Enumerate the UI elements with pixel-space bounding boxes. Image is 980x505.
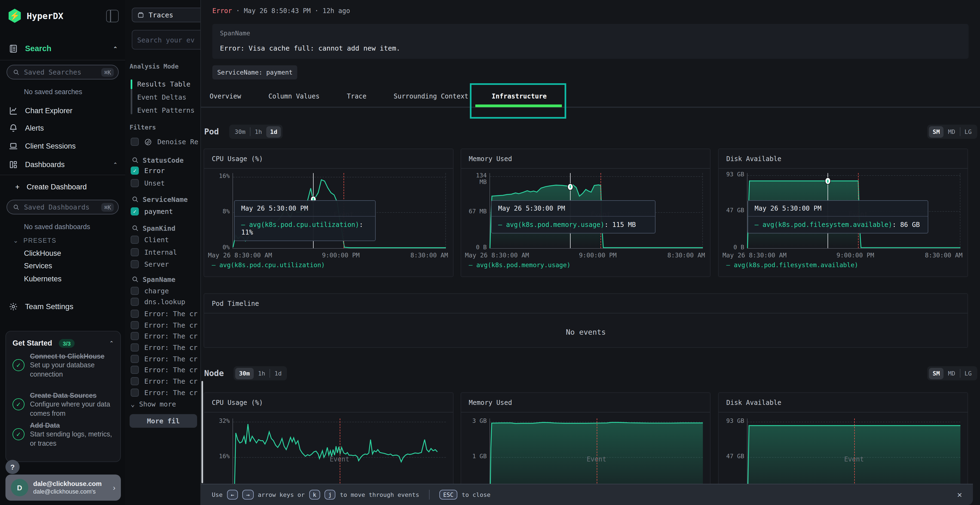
service-name-chip[interactable]: ServiceName: payment — [212, 65, 298, 79]
bell-icon — [9, 123, 18, 132]
filter-option[interactable]: ✓charge — [130, 287, 169, 295]
presets-toggle[interactable]: ⌄ PRESETS — [13, 237, 56, 245]
filter-option[interactable]: ✓Internal — [130, 248, 177, 256]
checkbox[interactable]: ✓ — [130, 248, 139, 256]
checkbox[interactable]: ✓ — [130, 343, 139, 351]
range-1h[interactable]: 1h — [251, 126, 266, 137]
checkbox[interactable]: ✓ — [130, 179, 139, 187]
checkbox[interactable]: ✓ — [130, 287, 139, 295]
filter-option[interactable]: ✓Unset — [130, 179, 165, 187]
checkbox[interactable]: ✓ — [130, 355, 139, 363]
sidebar-item-client-sessions[interactable]: Client Sessions — [0, 139, 125, 153]
search-icon[interactable] — [132, 276, 139, 283]
size-sm[interactable]: SM — [929, 368, 944, 379]
search-icon[interactable] — [132, 157, 139, 164]
size-md[interactable]: MD — [944, 126, 959, 137]
mode-results-table[interactable]: Results Table — [137, 80, 191, 88]
filter-option[interactable]: ✓Error: The cr — [130, 321, 197, 329]
tab-trace[interactable]: Trace — [347, 92, 366, 100]
node-range-control[interactable]: 30m 1h 1d — [234, 366, 287, 380]
tab-column-values[interactable]: Column Values — [269, 92, 320, 100]
chevron-up-icon[interactable]: ⌃ — [109, 340, 114, 346]
help-button[interactable]: ? — [5, 460, 20, 474]
range-30m[interactable]: 30m — [235, 368, 254, 379]
pod-memory-chart[interactable]: 134 MB67 MB0 BEventMay 26 5:30:00 PM— av… — [490, 173, 703, 249]
pod-size-control[interactable]: SM MD LG — [927, 125, 977, 139]
pod-timeline-title: Pod Timeline — [204, 294, 967, 313]
node-size-control[interactable]: SM MD LG — [927, 366, 977, 380]
filter-option[interactable]: ✓payment — [130, 207, 173, 216]
filter-option[interactable]: ✓Error: The cr — [130, 343, 197, 351]
event-search-input[interactable]: Search your ev — [132, 30, 207, 49]
sidebar-collapse-icon[interactable] — [106, 10, 119, 22]
drawer-scrollbar[interactable] — [202, 381, 203, 483]
mode-event-deltas[interactable]: Event Deltas — [137, 93, 186, 101]
checkbox[interactable]: ✓ — [130, 138, 139, 146]
preset-clickhouse[interactable]: ClickHouse — [24, 249, 61, 257]
denoise-toggle[interactable]: ✓ Denoise Re — [130, 138, 199, 146]
severity-badge: Error — [212, 7, 232, 15]
pod-disk-chart[interactable]: 93 GB47 GB0 BEventMay 26 5:30:00 PM— avg… — [747, 173, 960, 249]
size-lg[interactable]: LG — [961, 126, 976, 137]
search-nav-icon — [9, 44, 18, 53]
range-1d[interactable]: 1d — [270, 368, 286, 379]
sidebar-item-alerts[interactable]: Alerts — [0, 121, 125, 135]
checkbox[interactable]: ✓ — [130, 389, 139, 397]
saved-dashboards-input[interactable]: Saved Dashboards ⌘K — [6, 200, 119, 214]
checkbox[interactable]: ✓ — [130, 377, 139, 385]
sidebar-item-dashboards[interactable]: Dashboards ⌃ — [0, 157, 125, 172]
pod-cpu-chart[interactable]: 16%8%0%EventMay 26 5:30:00 PM— avg(k8s.p… — [232, 173, 446, 249]
size-lg[interactable]: LG — [961, 368, 976, 379]
create-dashboard-button[interactable]: + Create Dashboard — [0, 179, 125, 194]
get-started-title: Get Started — [13, 339, 52, 347]
checkbox[interactable]: ✓ — [130, 298, 139, 306]
brand[interactable]: ⚡ HyperDX — [8, 9, 64, 23]
get-started-step[interactable]: ✓ Add Data Start sending logs, metrics, … — [13, 421, 114, 448]
sidebar-item-chart-explorer[interactable]: Chart Explorer — [0, 103, 125, 118]
size-sm[interactable]: SM — [929, 126, 944, 137]
mode-event-patterns[interactable]: Event Patterns — [137, 106, 195, 114]
chart-title: Memory Used — [461, 393, 710, 413]
preset-services[interactable]: Services — [24, 262, 52, 270]
tab-overview[interactable]: Overview — [210, 92, 241, 100]
checkbox[interactable]: ✓ — [130, 310, 139, 318]
get-started-step[interactable]: ✓ Create Data Sources Configure where yo… — [13, 391, 114, 418]
checkbox[interactable]: ✓ — [130, 207, 139, 216]
range-1d[interactable]: 1d — [266, 126, 281, 137]
search-icon[interactable] — [132, 196, 139, 203]
chart-title: CPU Usage (%) — [204, 393, 453, 413]
filter-option[interactable]: ✓Error: The cr — [130, 366, 197, 374]
close-icon[interactable]: ✕ — [957, 490, 962, 500]
tab-surrounding-context[interactable]: Surrounding Context — [394, 92, 468, 100]
filter-option[interactable]: ✓Error: The cr — [130, 310, 197, 318]
checkbox[interactable]: ✓ — [130, 321, 139, 329]
checkbox[interactable]: ✓ — [130, 260, 139, 268]
filter-option[interactable]: ✓Error — [130, 167, 165, 175]
filter-option[interactable]: ✓Error: The cr — [130, 332, 197, 340]
source-select[interactable]: Traces — [132, 8, 207, 22]
search-icon[interactable] — [132, 225, 139, 232]
preset-kubernetes[interactable]: Kubernetes — [24, 275, 62, 283]
get-started-step[interactable]: ✓ Connect to ClickHouse Set up your data… — [13, 352, 114, 379]
more-filters-button[interactable]: More fil — [130, 414, 197, 428]
user-menu[interactable]: D dale@clickhouse.com dale@clickhouse.co… — [5, 475, 121, 501]
filter-option[interactable]: ✓Error: The cr — [130, 389, 197, 397]
checkbox[interactable]: ✓ — [130, 167, 139, 175]
filter-option[interactable]: ✓Error: The cr — [130, 355, 197, 363]
filter-option[interactable]: ✓Server — [130, 260, 169, 268]
range-1h[interactable]: 1h — [254, 368, 269, 379]
show-more-button[interactable]: ⌄Show more — [130, 400, 176, 408]
checkbox[interactable]: ✓ — [130, 236, 139, 244]
sidebar-item-search[interactable]: Search ⌃ — [0, 41, 125, 56]
checkbox[interactable]: ✓ — [130, 332, 139, 340]
saved-searches-input[interactable]: Saved Searches ⌘K — [6, 65, 119, 79]
sidebar-item-team-settings[interactable]: Team Settings — [0, 299, 125, 313]
size-md[interactable]: MD — [944, 368, 959, 379]
node-section-title: Node — [204, 368, 224, 378]
checkbox[interactable]: ✓ — [130, 366, 139, 374]
filter-option[interactable]: ✓Error: The cr — [130, 377, 197, 385]
filter-option[interactable]: ✓Client — [130, 236, 169, 244]
pod-range-control[interactable]: 30m 1h 1d — [229, 125, 283, 139]
range-30m[interactable]: 30m — [231, 126, 249, 137]
filter-option[interactable]: ✓dns.lookup — [130, 298, 185, 306]
